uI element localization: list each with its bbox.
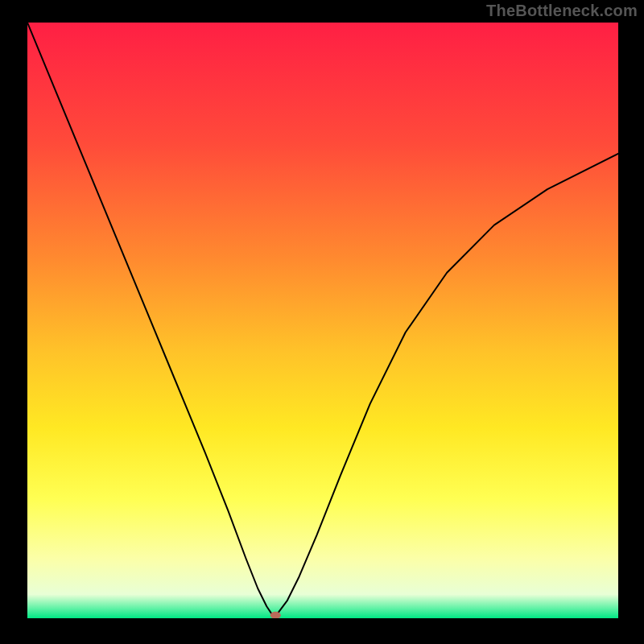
plot-area [27,23,618,618]
chart-container: TheBottleneck.com [0,0,644,644]
gradient-background [27,23,618,618]
chart-svg [27,23,618,618]
watermark-text: TheBottleneck.com [486,2,638,20]
